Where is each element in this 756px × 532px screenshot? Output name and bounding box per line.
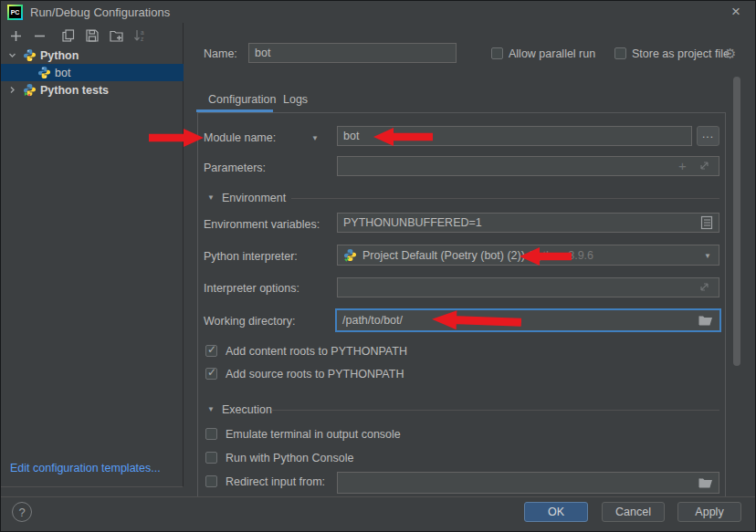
folder-icon[interactable] xyxy=(698,314,713,326)
module-name-dropdown-icon[interactable]: ▼ xyxy=(311,134,319,142)
section-divider xyxy=(271,410,719,411)
name-label: Name: xyxy=(204,47,237,61)
name-input[interactable]: bot xyxy=(248,43,457,63)
tree-item-label: bot xyxy=(55,67,70,79)
red-arrow-working-directory xyxy=(432,308,522,332)
save-icon[interactable] xyxy=(85,28,100,43)
configurations-tree: Python bot Python tests xyxy=(1,47,184,99)
redirect-input-input[interactable] xyxy=(337,472,719,494)
folder-icon[interactable] xyxy=(698,476,713,488)
expand-icon[interactable] xyxy=(698,281,710,293)
environment-section-label[interactable]: Environment xyxy=(222,192,286,205)
svg-text:a: a xyxy=(141,29,144,36)
redirect-input-label: Redirect input from: xyxy=(226,475,325,489)
add-macro-icon[interactable]: + xyxy=(678,158,687,173)
python-icon xyxy=(23,48,37,62)
tab-logs[interactable]: Logs xyxy=(283,93,308,106)
run-debug-configurations-dialog: PC Run/Debug Configurations × az xyxy=(0,0,756,532)
module-name-label: Module name: xyxy=(204,131,276,145)
browse-button[interactable]: ... xyxy=(697,126,719,146)
interpreter-dropdown-icon[interactable]: ▼ xyxy=(704,252,711,260)
parameters-label: Parameters: xyxy=(204,162,266,175)
redirect-input-checkbox[interactable] xyxy=(205,475,217,487)
run-python-console-label: Run with Python Console xyxy=(226,452,353,465)
edit-configuration-templates-link[interactable]: Edit configuration templates... xyxy=(10,462,161,475)
pycharm-logo-icon: PC xyxy=(7,5,23,20)
environment-section-collapse-icon[interactable]: ▼ xyxy=(207,193,215,202)
python-icon xyxy=(37,66,51,79)
help-button[interactable]: ? xyxy=(12,502,32,522)
python-tests-icon xyxy=(23,83,37,97)
run-python-console-checkbox[interactable] xyxy=(205,452,217,464)
emulate-terminal-label: Emulate terminal in output console xyxy=(226,428,401,442)
tree-item-label: Python tests xyxy=(40,84,109,97)
dialog-title: Run/Debug Configurations xyxy=(30,5,170,19)
cancel-button[interactable]: Cancel xyxy=(602,502,665,522)
add-source-roots-checkbox[interactable] xyxy=(205,368,217,380)
environment-variables-label: Environment variables: xyxy=(204,218,320,232)
new-folder-icon[interactable] xyxy=(109,28,123,43)
dialog-button-bar: ? OK Cancel Apply xyxy=(1,496,755,532)
store-as-project-file-label: Store as project file xyxy=(632,47,730,61)
execution-section-label[interactable]: Execution xyxy=(222,403,272,417)
allow-parallel-run-checkbox[interactable] xyxy=(491,47,503,59)
section-divider xyxy=(291,198,719,199)
chevron-right-icon[interactable] xyxy=(5,86,19,94)
sort-alphabetically-icon[interactable]: az xyxy=(132,28,147,43)
red-arrow-module-name xyxy=(149,128,204,148)
titlebar: PC Run/Debug Configurations × xyxy=(1,1,755,23)
emulate-terminal-checkbox[interactable] xyxy=(205,428,217,440)
parameters-input[interactable] xyxy=(337,156,719,176)
add-content-roots-checkbox[interactable] xyxy=(205,345,217,357)
close-icon[interactable]: × xyxy=(731,3,740,21)
apply-button[interactable]: Apply xyxy=(677,502,741,522)
gear-icon[interactable]: ⚙ xyxy=(724,47,736,60)
python-interpreter-value: Project Default (Poetry (bot) (2)) xyxy=(362,249,525,262)
browse-variables-icon[interactable] xyxy=(700,215,713,230)
add-content-roots-label: Add content roots to PYTHONPATH xyxy=(226,345,407,359)
python-interpreter-label: Python interpreter: xyxy=(204,250,298,264)
tree-item-python-tests[interactable]: Python tests xyxy=(1,81,184,99)
add-source-roots-label: Add source roots to PYTHONPATH xyxy=(226,368,404,381)
chevron-down-icon[interactable] xyxy=(5,51,19,59)
store-as-project-file-checkbox[interactable] xyxy=(614,47,626,59)
svg-text:z: z xyxy=(141,36,143,42)
configurations-sidebar: az Python bot xyxy=(1,23,184,487)
add-icon[interactable] xyxy=(8,28,23,43)
tree-item-bot[interactable]: bot xyxy=(1,64,184,81)
tab-configuration[interactable]: Configuration xyxy=(208,93,276,106)
tree-item-python[interactable]: Python xyxy=(1,47,184,64)
interpreter-options-label: Interpreter options: xyxy=(204,282,299,296)
tree-item-label: Python xyxy=(40,49,79,62)
configurations-toolbar: az xyxy=(1,26,147,46)
working-directory-label: Working directory: xyxy=(204,315,296,329)
allow-parallel-run-label: Allow parallel run xyxy=(509,47,595,61)
expand-icon[interactable] xyxy=(698,160,710,172)
red-arrow-python-interpreter xyxy=(520,246,572,266)
ok-button[interactable]: OK xyxy=(524,502,588,522)
execution-section-collapse-icon[interactable]: ▼ xyxy=(207,405,215,413)
red-arrow-module-value xyxy=(373,127,433,147)
vertical-scrollbar[interactable] xyxy=(733,77,740,366)
interpreter-options-input[interactable] xyxy=(337,277,719,297)
remove-icon[interactable] xyxy=(32,28,47,43)
copy-icon[interactable] xyxy=(61,28,76,43)
environment-variables-input[interactable]: PYTHONUNBUFFERED=1 xyxy=(337,213,719,233)
python-interpreter-icon xyxy=(343,248,357,262)
working-directory-input[interactable]: /path/to/bot/ xyxy=(335,308,721,332)
